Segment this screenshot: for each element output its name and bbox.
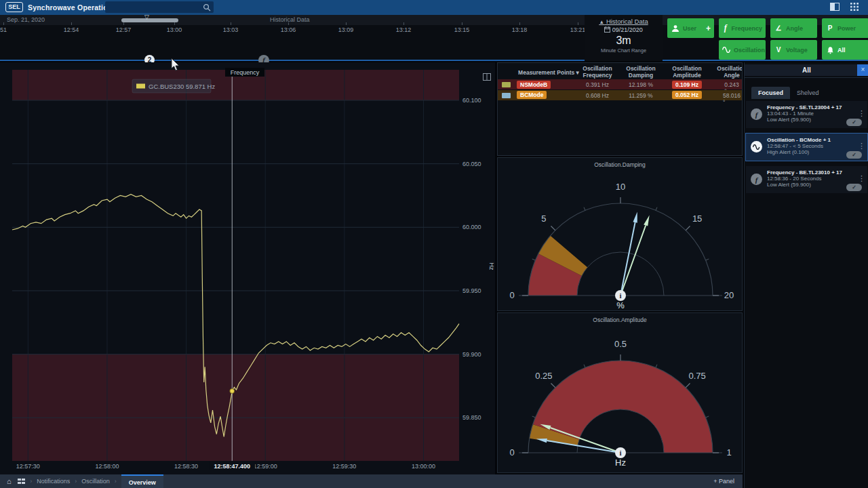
hovered-point-marker (230, 389, 235, 394)
gauge-info-glyph: i (619, 291, 621, 300)
alert-button-voltage[interactable]: VVoltage (770, 40, 817, 60)
notification-card[interactable]: Oscillation - BCMode + 112:58:47 - < 5 S… (746, 134, 867, 161)
gauge-tick-label: 0.5 (614, 339, 627, 349)
all-icon (825, 46, 835, 54)
table-cell: 0.052 Hz (672, 91, 702, 99)
amplitude-gauge-panel: Oscillation.Amplitude 00.250.50.751iHz (497, 312, 743, 473)
timeline-tick-label: 13:00 (167, 26, 182, 33)
gauge-major-tick (686, 226, 690, 230)
alert-button-all[interactable]: All (822, 40, 868, 60)
notification-menu-icon[interactable]: ⋮ (858, 174, 865, 183)
breadcrumb-item-notifications[interactable]: Notifications (37, 478, 70, 485)
timeline-tick-label: 51 (0, 26, 7, 33)
breadcrumb-item-overview[interactable]: Overview (121, 474, 163, 488)
gauge-minor-tick (584, 365, 585, 368)
alert-button-user[interactable]: User+ (667, 18, 714, 38)
gauge-info-glyph: i (619, 449, 621, 457)
search-input[interactable] (105, 1, 214, 13)
timeline-tick-label: 13:09 (338, 26, 354, 33)
table-column-header: Oscillation Angle (694, 65, 743, 79)
measurement-points-table: Measurement Points ▾Oscillation Frequenc… (497, 62, 743, 156)
series-color-chip[interactable] (502, 82, 511, 87)
timeline-tick (346, 22, 347, 25)
acknowledge-button[interactable]: ✓ (846, 184, 862, 191)
acknowledge-button[interactable]: ✓ (846, 119, 862, 126)
measurement-point-badge[interactable]: BCMode (517, 91, 547, 99)
timeline-tick (403, 22, 404, 25)
oscillation-notification-icon (751, 141, 762, 152)
timeline-tick (3, 22, 4, 25)
sidebar-tab-shelved[interactable]: Shelved (790, 87, 826, 99)
gauge-major-tick (551, 226, 555, 230)
chart-range-label: Minute Chart Range (585, 47, 663, 54)
sidebar-tab-focused[interactable]: Focused (751, 87, 790, 99)
table-row-BCMode[interactable]: BCMode0.608 Hz11.259 %0.052 Hz58.016 ° (498, 90, 743, 100)
alert-buttons: User+fFrequency∠AnglePPowerOscillationVV… (667, 18, 868, 60)
breadcrumb-item-oscillation[interactable]: Oscillation (81, 478, 110, 485)
app-root: SEL Synchrowave Operations (0, 0, 868, 488)
calendar-icon (604, 26, 610, 33)
timeline-tick (123, 22, 124, 25)
acknowledge-button[interactable]: ✓ (846, 151, 862, 159)
frequency-chart[interactable]: 12:57:3012:58:0012:58:3012:59:0012:59:30… (0, 62, 495, 474)
chart-title: Frequency (231, 69, 260, 76)
add-panel-button[interactable]: + Panel (713, 478, 734, 485)
alert-band (12, 354, 459, 461)
alert-button-label: User (683, 25, 703, 32)
measurement-point-badge[interactable]: NSModeB (517, 81, 551, 89)
notification-alert: Low Alert (59.900) (767, 117, 854, 123)
damping-gauge-panel: Oscillation.Damping 05101520i% (497, 157, 743, 311)
timeline-tick (174, 22, 175, 25)
alert-button-angle[interactable]: ∠Angle (770, 18, 817, 38)
timeline-tick-label: 13:21 (570, 26, 586, 33)
add-user-icon[interactable]: + (706, 24, 711, 33)
alert-button-oscillation[interactable]: Oscillation (719, 40, 766, 60)
sidebar-header: All × (745, 64, 868, 76)
sidebar-close-button[interactable]: × (857, 64, 868, 76)
timeline-tick-label: 13:15 (454, 26, 470, 33)
timeline-tick-label: 12:57 (116, 26, 132, 33)
gauge-tick-label: 10 (616, 182, 625, 192)
timeline-date: Sep. 21, 2020 (7, 16, 45, 23)
chart-legend: GC.BUS230 59.871 Hz (132, 79, 215, 93)
table-row-NSModeB[interactable]: NSModeB0.391 Hz12.198 %0.109 Hz0.243 ° (498, 79, 743, 89)
notification-list: fFrequency - SE.TL23004 + 1713:04:43 - 1… (746, 101, 867, 199)
alert-button-frequency[interactable]: fFrequency (719, 18, 766, 38)
power-icon: P (825, 24, 835, 32)
sidebar-tabs: FocusedShelved (751, 87, 826, 99)
timeline-tick (462, 22, 462, 25)
notification-card[interactable]: fFrequency - BE.TL23010 + 1712:58:36 - 2… (746, 166, 867, 193)
timeline-tick (578, 22, 578, 25)
amplitude-gauge[interactable]: 00.250.50.751iHz (498, 324, 742, 473)
notification-menu-icon[interactable]: ⋮ (858, 142, 865, 150)
panels-icon[interactable] (18, 479, 26, 484)
gauge-minor-tick (706, 416, 709, 418)
y-axis-tick-label: 59.850 (462, 414, 481, 421)
alert-button-label: All (837, 47, 865, 54)
table-cell: 0.608 Hz (586, 92, 609, 99)
y-axis-unit-label: Hz (488, 263, 495, 270)
timeline-scrubber[interactable] (121, 18, 178, 22)
legend-chip (136, 84, 145, 89)
table-cell: 0.109 Hz (672, 81, 702, 89)
notification-card[interactable]: fFrequency - SE.TL23004 + 1713:04:43 - 1… (746, 101, 867, 128)
voltage-icon: V (774, 46, 783, 54)
notifications-sidebar: All × FocusedShelved fFrequency - SE.TL2… (744, 62, 868, 488)
historical-date[interactable]: 09/21/2020 (585, 26, 663, 33)
chart-range-value[interactable]: 3m (585, 35, 663, 47)
timeline-scrubber-handle[interactable]: ▽ (144, 14, 149, 20)
alert-button-power[interactable]: PPower (822, 18, 868, 38)
notification-menu-icon[interactable]: ⋮ (858, 109, 865, 118)
app-grid-icon[interactable] (850, 3, 859, 11)
timeline-tick-label: 13:03 (223, 26, 239, 33)
alert-button-label: Angle (786, 25, 814, 32)
series-color-chip[interactable] (502, 93, 511, 98)
x-axis-tick-label: 13:00:00 (412, 463, 435, 470)
home-icon[interactable]: ⌂ (7, 477, 12, 485)
gauge-needle-BCMode (547, 441, 620, 453)
historical-data-title[interactable]: ▲ Historical Data (585, 18, 663, 25)
split-view-icon[interactable] (830, 3, 840, 11)
damping-gauge[interactable]: 05101520i% (498, 167, 742, 310)
breadcrumb: ›Notifications›Oscillation›Overview (25, 475, 163, 488)
notification-title: Oscillation - BCMode + 1 (767, 137, 854, 143)
